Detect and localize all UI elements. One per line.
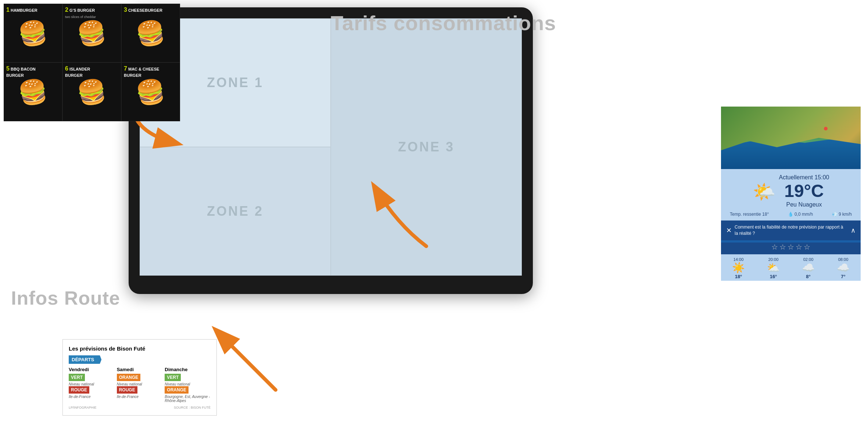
burger-num-6: 6 (65, 65, 68, 72)
burger-name-cheese: CHEESEBURGER (128, 8, 162, 12)
weather-stars-section: ☆ ☆ ☆ ☆ ☆ (721, 243, 861, 254)
bison-footer: LP/INFOGRAPHIE SOURCE : BISON FUTÉ (69, 406, 211, 409)
badge-orange-samedi: ORANGE (117, 374, 141, 381)
star-2[interactable]: ☆ (779, 243, 786, 251)
mac-cheese-emoji: 🍔 (134, 76, 168, 108)
close-icon[interactable]: ✕ (726, 226, 732, 234)
burger-item-islander: 6 ISLANDERBURGER 🍔 (62, 62, 121, 121)
weather-feedback: ✕ Comment est la fiabilité de notre prév… (721, 220, 861, 240)
wind-icon: 💨 (832, 212, 837, 217)
forecast-02: 02:00 ☁️ 8° (802, 257, 815, 279)
region-vert-dimanche: Niveau national (165, 382, 211, 386)
bison-day-samedi: Samedi ORANGE Niveau national ROUGE Ile-… (117, 367, 163, 403)
region-vert-vendredi: Niveau national (69, 382, 115, 386)
burger-name-mac: MAC & CHEESEBURGER (124, 67, 159, 78)
region-orange-samedi: Niveau national (117, 382, 163, 386)
weather-rain: 💧 0,0 mm/h (788, 212, 813, 217)
star-3[interactable]: ☆ (788, 243, 794, 251)
star-rating[interactable]: ☆ ☆ ☆ ☆ ☆ (721, 243, 861, 251)
zone-2: ZONE 2 (140, 147, 331, 276)
forecast-08: 08:00 ☁️ 7° (837, 257, 850, 279)
feedback-text: Comment est la fiabilité de notre prévis… (735, 224, 848, 237)
rain-icon: 💧 (788, 212, 793, 217)
bison-fute-card: Les prévisions de Bison Futé DÉPARTS Ven… (62, 339, 217, 416)
bison-footer-right: SOURCE : BISON FUTÉ (174, 406, 211, 409)
weather-card: 🌤️ Actuellement 15:00 19°C Peu Nuageux T… (721, 107, 861, 281)
hamburger-emoji: 🍔 (16, 17, 50, 49)
burger-item-bbq: 5 BBQ BACONBURGER 🍔 (4, 62, 62, 121)
burger-num-1: 1 (6, 7, 10, 13)
weather-temperature: 19°C (779, 182, 829, 200)
region-orange-dimanche: Bourgogne, Est, Auvergne - Rhône-Alpes (165, 395, 211, 403)
weather-current: 🌤️ Actuellement 15:00 19°C Peu Nuageux T… (721, 169, 861, 220)
burger-menu-panel: 1 HAMBURGER 🍔 2 G'S BURGER two slices of… (4, 4, 180, 121)
burger-row-2: 5 BBQ BACONBURGER 🍔 6 ISLANDERBURGER 🍔 7… (4, 62, 180, 121)
bison-day-dimanche: Dimanche VERT Niveau national ORANGE Bou… (165, 367, 211, 403)
burger-item-hamburger: 1 HAMBURGER 🍔 (4, 4, 62, 62)
burger-item-mac-cheese: 7 MAC & CHEESEBURGER 🍔 (121, 62, 180, 121)
tarifs-section-label: Tarifs consommations (331, 11, 556, 35)
burger-num-2: 2 (65, 7, 68, 13)
burger-num-7: 7 (124, 65, 127, 72)
arrow-bison-to-zone2 (209, 324, 283, 397)
burger-name-bbq: BBQ BACONBURGER (6, 67, 36, 78)
badge-orange-dimanche: ORANGE (165, 386, 189, 394)
bison-grid: Vendredi VERT Niveau national ROUGE Ile-… (69, 367, 211, 403)
collapse-icon[interactable]: ∧ (851, 226, 856, 234)
forecast-14: 14:00 ☀️ 18° (732, 257, 745, 279)
weather-description: Peu Nuageux (779, 201, 829, 208)
weather-feels-like: Temp. ressentie 18° (730, 212, 769, 217)
forecast-bar: 14:00 ☀️ 18° 20:00 ⛅ 16° 02:00 ☁️ 8° 08:… (721, 254, 861, 281)
region-rouge-samedi: Ile-de-France (117, 395, 163, 399)
bison-footer-left: LP/INFOGRAPHIE (69, 406, 97, 409)
weather-wind: 💨 9 km/h (832, 212, 852, 217)
weather-sun-icon: 🌤️ (753, 181, 775, 202)
weather-location-dot (824, 127, 828, 130)
star-4[interactable]: ☆ (796, 243, 802, 251)
badge-vert-vendredi: VERT (69, 374, 85, 381)
badge-rouge-vendredi: ROUGE (69, 386, 89, 394)
cheeseburger-emoji: 🍔 (134, 17, 168, 49)
islander-emoji: 🍔 (75, 76, 109, 108)
badge-rouge-samedi: ROUGE (117, 386, 137, 394)
bbq-burger-emoji: 🍔 (16, 76, 50, 108)
burger-row-1: 1 HAMBURGER 🍔 2 G'S BURGER two slices of… (4, 4, 180, 62)
burger-item-cheeseburger: 3 CHEESEBURGER 🍔 (121, 4, 180, 62)
departs-banner: DÉPARTS (69, 355, 101, 364)
burger-name-islander: ISLANDERBURGER (65, 67, 90, 78)
burger-name-hamburger: HAMBURGER (11, 8, 37, 12)
burger-num-5: 5 (6, 65, 10, 72)
forecast-20: 20:00 ⛅ 16° (767, 257, 780, 279)
weather-map (721, 107, 861, 169)
gs-burger-emoji: 🍔 (75, 17, 109, 49)
bison-title: Les prévisions de Bison Futé (69, 345, 211, 352)
badge-vert-dimanche: VERT (165, 374, 181, 381)
monitor-screen: ZONE 1 ZONE 3 ZONE 2 (140, 18, 522, 276)
burger-sub-gs: two slices of cheddar (65, 15, 96, 19)
infos-route-section-label: Infos Route (11, 287, 120, 309)
star-1[interactable]: ☆ (771, 243, 778, 251)
burger-name-gs: G'S BURGER (69, 8, 95, 12)
weather-details: Temp. ressentie 18° 💧 0,0 mm/h 💨 9 km/h (727, 212, 855, 217)
burger-item-gs-burger: 2 G'S BURGER two slices of cheddar 🍔 (62, 4, 121, 62)
burger-num-3: 3 (124, 7, 127, 13)
star-5[interactable]: ☆ (804, 243, 810, 251)
arrow-to-zone3 (367, 180, 434, 254)
weather-time: Actuellement 15:00 (779, 174, 829, 181)
region-rouge-vendredi: Ile-de-France (69, 395, 115, 399)
bison-day-vendredi: Vendredi VERT Niveau national ROUGE Ile-… (69, 367, 115, 403)
